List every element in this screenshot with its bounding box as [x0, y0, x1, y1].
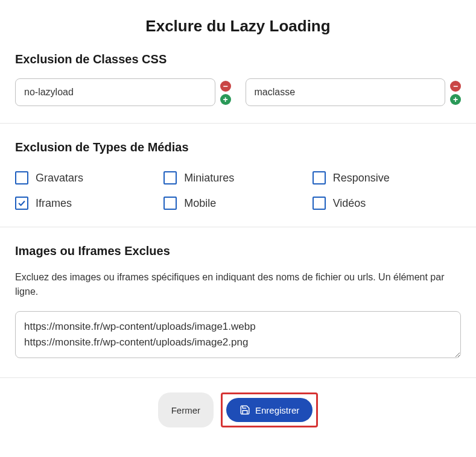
checkbox-mobile[interactable]: Mobile — [163, 197, 312, 210]
images-section-description: Excluez des images ou iframes spécifique… — [15, 270, 461, 299]
css-class-input[interactable] — [15, 78, 215, 106]
css-input-group: − + — [15, 78, 231, 106]
checkbox-icon — [15, 197, 28, 210]
css-section-title: Exclusion de Classes CSS — [15, 52, 461, 66]
close-button-label: Fermer — [171, 405, 200, 415]
checkbox-label: Vidéos — [333, 197, 366, 210]
add-class-button[interactable]: + — [450, 94, 461, 105]
css-exclusion-section: Exclusion de Classes CSS − + − + — [0, 52, 476, 124]
checkbox-label: Miniatures — [184, 172, 234, 184]
media-exclusion-section: Exclusion de Types de Médias Gravatars M… — [0, 124, 476, 227]
minus-icon: − — [223, 82, 227, 90]
css-class-input[interactable] — [246, 78, 446, 106]
checkbox-gravatars[interactable]: Gravatars — [15, 171, 163, 184]
checkbox-icon — [163, 197, 177, 210]
checkbox-iframes[interactable]: Iframes — [15, 197, 163, 210]
checkbox-icon — [163, 171, 177, 184]
remove-class-button[interactable]: − — [220, 81, 231, 92]
modal-footer: Fermer Enregistrer — [0, 378, 476, 442]
css-input-controls: − + — [450, 78, 461, 105]
checkbox-icon — [313, 197, 326, 210]
checkbox-label: Iframes — [36, 197, 72, 210]
minus-icon: − — [453, 82, 458, 90]
save-button[interactable]: Enregistrer — [226, 398, 313, 422]
checkbox-label: Mobile — [184, 197, 216, 210]
remove-class-button[interactable]: − — [450, 81, 461, 92]
media-section-title: Exclusion de Types de Médias — [15, 140, 461, 154]
plus-icon: + — [453, 95, 458, 104]
checkbox-miniatures[interactable]: Miniatures — [163, 171, 312, 184]
images-exclusion-section: Images ou Iframes Exclues Excluez des im… — [0, 227, 476, 378]
css-inputs-row: − + − + — [15, 78, 461, 106]
close-button[interactable]: Fermer — [158, 392, 214, 427]
save-button-label: Enregistrer — [255, 405, 299, 415]
checkbox-icon — [15, 171, 28, 184]
css-input-controls: − + — [220, 78, 231, 105]
excluded-urls-textarea[interactable] — [15, 311, 461, 358]
plus-icon: + — [223, 95, 227, 104]
checkbox-grid: Gravatars Miniatures Responsive Iframes … — [15, 171, 461, 210]
checkbox-videos[interactable]: Vidéos — [313, 197, 461, 210]
checkbox-icon — [313, 171, 326, 184]
checkbox-label: Responsive — [333, 172, 390, 184]
css-input-group: − + — [246, 78, 462, 106]
add-class-button[interactable]: + — [220, 94, 231, 105]
save-icon — [240, 405, 250, 415]
images-section-title: Images ou Iframes Exclues — [15, 244, 461, 258]
checkbox-responsive[interactable]: Responsive — [313, 171, 461, 184]
modal-title: Exclure du Lazy Loading — [0, 0, 476, 52]
checkbox-label: Gravatars — [36, 172, 83, 184]
save-button-highlight: Enregistrer — [221, 392, 318, 427]
